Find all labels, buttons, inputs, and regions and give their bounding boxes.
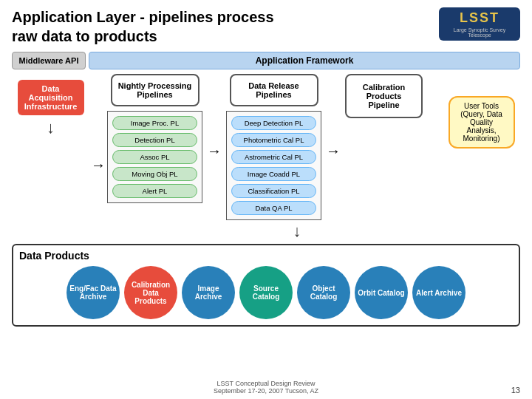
page-title: Application Layer - pipelines process ra…	[12, 7, 274, 46]
nightly-title: Nightly Processing Pipelines	[111, 74, 200, 106]
dp-image-archive: Image Archive	[182, 266, 235, 319]
pill-assoc: Assoc PL	[112, 150, 197, 164]
pill-data-qa: Data QA PL	[231, 201, 316, 215]
calibration-col: Calibration Products Pipeline	[345, 74, 423, 123]
dp-eng-fac: Eng/Fac Data Archive	[66, 266, 120, 319]
data-products-section: Data Products Eng/Fac Data Archive Calib…	[12, 244, 520, 327]
release-pills-box: Deep Detection PL Photometric Cal PL Ast…	[226, 111, 321, 220]
pill-image-proc: Image Proc. PL	[112, 116, 197, 130]
footer: LSST Conceptual Design Review September …	[0, 380, 532, 395]
right-panel: User Tools (Query, Data Quality Analysis…	[443, 74, 520, 149]
calibration-title: Calibration Products Pipeline	[345, 74, 423, 118]
arrow-right-acq: →	[89, 157, 107, 174]
nightly-pills-box: Image Proc. PL Detection PL Assoc PL Mov…	[107, 111, 202, 203]
center-panel: Nightly Processing Pipelines Image Proc.…	[107, 74, 443, 241]
dp-alert-archive: Alert Archive	[412, 266, 466, 319]
pill-classification: Classification PL	[231, 184, 316, 198]
data-release-col: Data Release Pipelines Deep Detection PL…	[226, 74, 321, 220]
user-tools-box: User Tools (Query, Data Quality Analysis…	[449, 96, 515, 149]
pill-alert: Alert PL	[112, 184, 197, 198]
data-products-row: Eng/Fac Data Archive Calibration Data Pr…	[19, 266, 513, 319]
data-acquisition-box: Data Acquisition Infrastructure	[18, 80, 84, 115]
arrow-right-nightly: →	[205, 143, 223, 160]
page: Application Layer - pipelines process ra…	[0, 0, 532, 399]
footer-line1: LSST Conceptual Design Review	[217, 380, 316, 387]
data-release-title: Data Release Pipelines	[230, 74, 318, 106]
pill-photometric-cal: Photometric Cal PL	[231, 133, 316, 147]
middleware-api-box: Middleware API	[12, 52, 86, 69]
header: Application Layer - pipelines process ra…	[12, 7, 520, 46]
app-framework-box: Application Framework	[89, 52, 520, 69]
footer-line2: September 17-20, 2007 Tucson, AZ	[214, 387, 318, 395]
down-arrow-center: ↓	[151, 222, 443, 241]
pill-astrometric-cal: Astrometric Cal PL	[231, 150, 316, 164]
pill-deep-detection: Deep Detection PL	[231, 116, 316, 130]
dp-calibration-data: Calibration Data Products	[124, 266, 177, 319]
dp-orbit-catalog: Orbit Catalog	[355, 266, 408, 319]
page-number: 13	[511, 386, 520, 395]
pill-moving-obj: Moving Obj PL	[112, 167, 197, 181]
nightly-col: Nightly Processing Pipelines Image Proc.…	[107, 74, 202, 203]
left-panel: Data Acquisition Infrastructure ↓	[12, 74, 89, 139]
center-top: Nightly Processing Pipelines Image Proc.…	[107, 74, 443, 220]
pill-detection: Detection PL	[112, 133, 197, 147]
logo-text: LSST	[445, 10, 514, 26]
arrow-right-release: →	[324, 143, 342, 160]
dp-object-catalog: Object Catalog	[297, 266, 350, 319]
logo-subtitle: Large Synoptic Survey Telescope	[445, 27, 514, 38]
down-arrow-acq: ↓	[47, 118, 55, 137]
api-row: Middleware API Application Framework	[12, 52, 520, 69]
data-products-title: Data Products	[19, 250, 513, 262]
lsst-logo: LSST Large Synoptic Survey Telescope	[439, 7, 520, 41]
main-layout: Data Acquisition Infrastructure ↓ → Nigh…	[12, 74, 520, 241]
dp-source-catalog: Source Catalog	[239, 266, 293, 319]
pill-image-coadd: Image Coadd PL	[231, 167, 316, 181]
